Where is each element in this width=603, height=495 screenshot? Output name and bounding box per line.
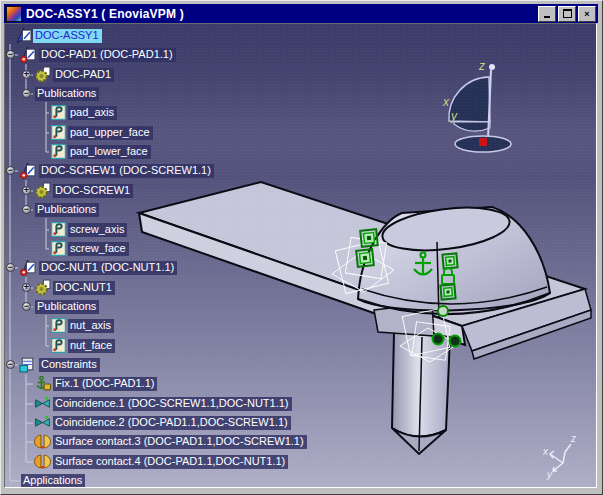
maximize-icon bbox=[563, 9, 572, 18]
tree-node-label[interactable]: Coincidence.2 (DOC-PAD1.1,DOC-SCREW1.1) bbox=[53, 416, 291, 430]
tree-node-label[interactable]: DOC-NUT1 bbox=[53, 281, 115, 295]
close-button[interactable]: × bbox=[578, 6, 596, 22]
tree-node-pad-axis[interactable]: pad_axis bbox=[4, 105, 322, 121]
assembly-icon bbox=[15, 27, 32, 44]
tree-node-label[interactable]: pad_axis bbox=[68, 106, 117, 120]
publication-icon bbox=[50, 240, 67, 257]
surface-contact-constraint-icon bbox=[34, 453, 51, 470]
tree-node-publications[interactable]: −Publications bbox=[4, 202, 322, 218]
publication-icon bbox=[50, 104, 67, 121]
tree-node-label[interactable]: pad_upper_face bbox=[68, 126, 153, 140]
publication-icon bbox=[50, 221, 67, 238]
tree-node-label[interactable]: Fix.1 (DOC-PAD1.1) bbox=[53, 377, 157, 391]
tree-node-publications[interactable]: −Publications bbox=[4, 299, 322, 315]
publication-icon bbox=[50, 124, 67, 141]
tree-node-doc-screw1[interactable]: +DOC-SCREW1 bbox=[4, 183, 322, 199]
publication-icon bbox=[50, 317, 67, 334]
tree-node-nut-face[interactable]: nut_face bbox=[4, 338, 322, 354]
collapse-handle[interactable]: − bbox=[22, 89, 31, 98]
tree-node-label[interactable]: DOC-PAD1 bbox=[53, 68, 114, 82]
tree-node-label[interactable]: Coincidence.1 (DOC-SCREW1.1,DOC-NUT1.1) bbox=[53, 397, 292, 411]
tree-node-label[interactable]: Publications bbox=[35, 87, 99, 101]
coincidence-constraint-icon bbox=[34, 395, 51, 412]
expand-handle[interactable]: + bbox=[22, 186, 31, 195]
fix-constraint-icon bbox=[34, 375, 51, 392]
product-icon bbox=[19, 162, 36, 179]
tree-node-doc-nut1-doc-nut1-1[interactable]: −DOC-NUT1 (DOC-NUT1.1) bbox=[4, 260, 322, 276]
tree-node-label[interactable]: nut_axis bbox=[68, 319, 114, 333]
tree-node-constraints[interactable]: −Constraints bbox=[4, 357, 322, 373]
maximize-button[interactable] bbox=[558, 6, 576, 22]
coincidence-constraint-icon bbox=[34, 414, 51, 431]
scene: z x y z x y DOC-ASSY1−DOC-PAD1 (DOC-PAD1… bbox=[4, 23, 597, 488]
collapse-handle[interactable]: − bbox=[6, 166, 15, 175]
collapse-handle[interactable]: − bbox=[6, 263, 15, 272]
spec-tree: DOC-ASSY1−DOC-PAD1 (DOC-PAD1.1)+DOC-PAD1… bbox=[4, 23, 597, 488]
expand-handle[interactable]: + bbox=[22, 70, 31, 79]
collapse-handle[interactable]: − bbox=[22, 302, 31, 311]
constraints-icon bbox=[19, 356, 36, 373]
tree-node-doc-assy1[interactable]: DOC-ASSY1 bbox=[4, 28, 322, 44]
surface-contact-constraint-icon bbox=[34, 433, 51, 450]
tree-node-label[interactable]: Applications bbox=[21, 474, 85, 488]
tree-node-nut-axis[interactable]: nut_axis bbox=[4, 318, 322, 334]
tree-node-label[interactable]: DOC-SCREW1 (DOC-SCREW1.1) bbox=[39, 164, 214, 178]
tree-node-coincidence-2-doc-pad1-1-doc-screw1-1[interactable]: Coincidence.2 (DOC-PAD1.1,DOC-SCREW1.1) bbox=[4, 415, 322, 431]
tree-node-pad-lower-face[interactable]: pad_lower_face bbox=[4, 144, 322, 160]
expand-handle[interactable]: + bbox=[22, 283, 31, 292]
product-icon bbox=[19, 46, 36, 63]
minimize-icon bbox=[544, 16, 550, 18]
3d-viewport[interactable]: z x y z x y DOC-ASSY1−DOC-PAD1 (DOC-PAD1… bbox=[4, 23, 597, 488]
tree-node-pad-upper-face[interactable]: pad_upper_face bbox=[4, 125, 322, 141]
tree-node-label[interactable]: screw_face bbox=[68, 242, 129, 256]
publication-icon bbox=[50, 337, 67, 354]
tree-node-label[interactable]: Surface contact.4 (DOC-PAD1.1,DOC-NUT1.1… bbox=[53, 455, 288, 469]
collapse-handle[interactable]: − bbox=[6, 50, 15, 59]
tree-node-label[interactable]: Surface contact.3 (DOC-PAD1.1,DOC-SCREW1… bbox=[53, 435, 307, 449]
tree-node-fix-1-doc-pad1-1[interactable]: Fix.1 (DOC-PAD1.1) bbox=[4, 376, 322, 392]
tree-node-label[interactable]: pad_lower_face bbox=[68, 145, 151, 159]
application-window: DOC-ASSY1 ( EnoviaVPM ) × bbox=[0, 0, 603, 495]
collapse-handle[interactable]: − bbox=[6, 360, 15, 369]
publication-icon bbox=[50, 143, 67, 160]
product-icon bbox=[19, 259, 36, 276]
tree-node-applications[interactable]: Applications bbox=[4, 473, 322, 488]
part-icon bbox=[34, 66, 51, 83]
part-icon bbox=[34, 182, 51, 199]
tree-node-label[interactable]: Publications bbox=[35, 203, 99, 217]
tree-node-screw-face[interactable]: screw_face bbox=[4, 241, 322, 257]
close-icon: × bbox=[584, 9, 589, 19]
collapse-handle[interactable]: − bbox=[22, 205, 31, 214]
tree-node-surface-contact-4-doc-pad1-1-doc-nut1-1[interactable]: Surface contact.4 (DOC-PAD1.1,DOC-NUT1.1… bbox=[4, 454, 322, 470]
minimize-button[interactable] bbox=[538, 6, 556, 22]
tree-node-label[interactable]: Publications bbox=[35, 300, 99, 314]
tree-node-publications[interactable]: −Publications bbox=[4, 86, 322, 102]
tree-node-label[interactable]: DOC-NUT1 (DOC-NUT1.1) bbox=[39, 261, 177, 275]
tree-node-surface-contact-3-doc-pad1-1-doc-screw1-1[interactable]: Surface contact.3 (DOC-PAD1.1,DOC-SCREW1… bbox=[4, 434, 322, 450]
tree-node-doc-pad1-doc-pad1-1[interactable]: −DOC-PAD1 (DOC-PAD1.1) bbox=[4, 47, 322, 63]
tree-node-label[interactable]: Constraints bbox=[39, 358, 100, 372]
tree-node-screw-axis[interactable]: screw_axis bbox=[4, 222, 322, 238]
tree-node-label[interactable]: screw_axis bbox=[68, 223, 127, 237]
tree-node-doc-nut1[interactable]: +DOC-NUT1 bbox=[4, 280, 322, 296]
tree-node-label[interactable]: nut_face bbox=[68, 339, 115, 353]
tree-node-label[interactable]: DOC-PAD1 (DOC-PAD1.1) bbox=[39, 48, 176, 62]
catia-app-icon bbox=[6, 6, 22, 22]
tree-node-doc-screw1-doc-screw1-1[interactable]: −DOC-SCREW1 (DOC-SCREW1.1) bbox=[4, 163, 322, 179]
title-bar[interactable]: DOC-ASSY1 ( EnoviaVPM ) × bbox=[4, 4, 598, 23]
part-icon bbox=[34, 279, 51, 296]
window-title: DOC-ASSY1 ( EnoviaVPM ) bbox=[26, 7, 184, 21]
tree-node-doc-pad1[interactable]: +DOC-PAD1 bbox=[4, 67, 322, 83]
tree-node-label[interactable]: DOC-ASSY1 bbox=[33, 29, 102, 43]
tree-node-coincidence-1-doc-screw1-1-doc-nut1-1[interactable]: Coincidence.1 (DOC-SCREW1.1,DOC-NUT1.1) bbox=[4, 396, 322, 412]
tree-node-label[interactable]: DOC-SCREW1 bbox=[53, 184, 133, 198]
